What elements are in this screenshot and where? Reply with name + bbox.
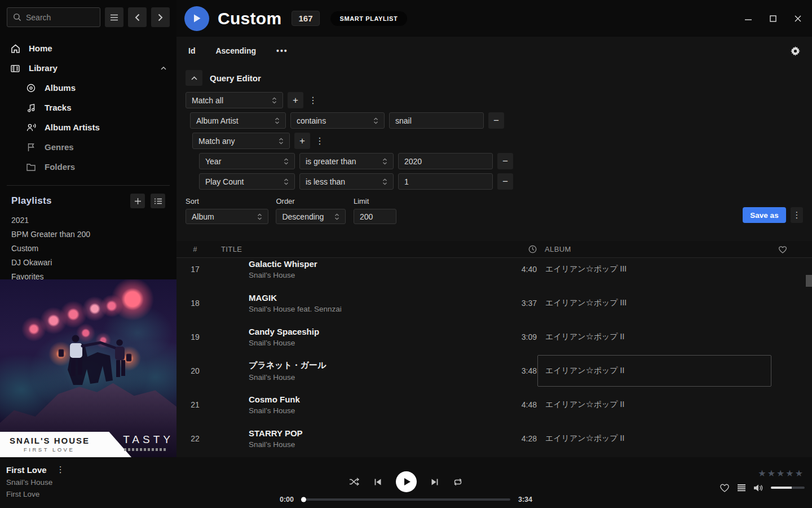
track-album-cell[interactable]: エイリアン☆ポップ II <box>537 321 778 353</box>
column-album[interactable]: ALBUM <box>537 245 778 253</box>
track-album-cell[interactable]: エイリアン☆ポップ III <box>537 287 778 319</box>
track-album-cell[interactable]: エイリアン☆ポップ II <box>537 423 778 454</box>
playlists-header: Playlists <box>0 186 176 213</box>
add-rule-button[interactable]: + <box>288 92 303 108</box>
add-rule-button[interactable]: + <box>294 133 310 149</box>
play-playlist-button[interactable] <box>184 6 209 31</box>
rule-operator-value: contains <box>297 116 326 125</box>
sidebar-item-genres[interactable]: Genres <box>0 137 176 157</box>
rule-operator-select[interactable]: is less than <box>299 173 394 190</box>
table-row[interactable]: 19 Candy Spaceship Snail’s House 3:09 エイ… <box>176 320 812 354</box>
sidebar-nav: Home Library Albums <box>0 34 176 177</box>
order-select[interactable]: Descending <box>276 209 346 224</box>
scrollbar-thumb[interactable] <box>806 275 812 287</box>
menu-button[interactable] <box>105 7 123 27</box>
maximize-button[interactable] <box>765 10 782 27</box>
chevron-up-icon[interactable] <box>161 67 166 70</box>
playlist-item[interactable]: BPM Greater than 200 <box>0 227 176 242</box>
play-pause-button[interactable] <box>396 471 417 492</box>
rule-field-select[interactable]: Year <box>199 153 295 169</box>
rule-value-input[interactable] <box>398 153 493 169</box>
favorite-button[interactable] <box>720 483 730 492</box>
now-playing-album-art[interactable]: SNAIL'S HOUSE FIRST LOVE TASTY <box>0 279 176 457</box>
playlist-list-button[interactable] <box>151 194 165 208</box>
rule-operator-select[interactable]: contains <box>290 112 385 129</box>
rule-field-select[interactable]: Play Count <box>199 173 295 190</box>
remove-rule-button[interactable]: − <box>497 153 513 169</box>
sort-select[interactable]: Album <box>186 209 268 224</box>
column-title[interactable]: TITLE <box>214 245 503 253</box>
playlist-title: Custom <box>218 9 281 28</box>
playlist-item[interactable]: DJ Okawari <box>0 256 176 270</box>
more-options-icon[interactable]: ••• <box>276 46 288 55</box>
track-album-cell[interactable]: エイリアン☆ポップ II <box>537 389 778 421</box>
sidebar-item-album-artists[interactable]: Album Artists <box>0 117 176 137</box>
sidebar-item-library[interactable]: Library <box>0 58 176 78</box>
group-menu-icon[interactable]: ⋮ <box>308 95 318 106</box>
queue-button[interactable] <box>737 484 746 492</box>
column-favorite[interactable] <box>778 246 812 253</box>
match-select[interactable]: Match any <box>192 133 290 149</box>
settings-gear-icon[interactable] <box>791 46 800 56</box>
limit-input[interactable] <box>354 209 396 224</box>
track-album-cell[interactable]: エイリアン☆ポップ III <box>537 253 778 285</box>
table-row[interactable]: 22 STARRY POP Snail’s House 4:28 エイリアン☆ポ… <box>176 422 812 456</box>
now-playing-menu-icon[interactable]: ⋮ <box>56 465 65 475</box>
star-icon[interactable] <box>785 468 793 479</box>
unfold-icon <box>257 213 262 221</box>
next-track-button[interactable] <box>431 478 439 486</box>
shuffle-icon <box>349 478 360 486</box>
playlist-item[interactable]: 2021 <box>0 213 176 227</box>
progress-bar[interactable] <box>302 498 510 501</box>
column-number[interactable]: # <box>176 245 214 253</box>
star-icon[interactable] <box>758 468 766 479</box>
sidebar-item-label: Tracks <box>45 103 72 112</box>
progress-thumb[interactable] <box>301 497 306 502</box>
column-duration[interactable] <box>503 245 537 253</box>
star-icon[interactable] <box>795 468 803 479</box>
group-menu-icon[interactable]: ⋮ <box>315 135 325 146</box>
query-rule-1: Album Artist contains − <box>190 112 812 129</box>
minimize-button[interactable] <box>740 10 757 27</box>
elapsed-time: 0:00 <box>280 496 294 503</box>
rule-operator-select[interactable]: is greater than <box>299 153 394 169</box>
search-input[interactable] <box>26 13 89 22</box>
rule-value-input[interactable] <box>389 112 484 129</box>
track-artist: Snail’s House <box>249 339 503 347</box>
table-row[interactable]: 18 MAGIK Snail’s House feat. Sennzai 3:3… <box>176 286 812 320</box>
table-row[interactable]: 21 Cosmo Funk Snail’s House 4:48 エイリアン☆ポ… <box>176 388 812 422</box>
previous-track-button[interactable] <box>374 478 382 486</box>
save-menu-icon[interactable]: ⋮ <box>791 207 803 223</box>
sort-field-button[interactable]: Id <box>188 46 195 55</box>
search-box[interactable] <box>7 7 100 27</box>
close-button[interactable] <box>789 10 806 27</box>
volume-icon[interactable] <box>753 484 764 492</box>
record-label-text: TASTY <box>123 433 174 446</box>
sidebar-item-label: Albums <box>45 83 76 93</box>
star-icon[interactable] <box>767 468 775 479</box>
playlist-item[interactable]: Custom <box>0 242 176 256</box>
track-album-cell[interactable]: エイリアン☆ポップ II <box>537 355 778 387</box>
sidebar-item-tracks[interactable]: Tracks <box>0 98 176 117</box>
nav-back-button[interactable] <box>128 7 147 27</box>
collapse-query-editor-button[interactable] <box>186 70 202 86</box>
sort-direction-button[interactable]: Ascending <box>215 46 256 55</box>
sidebar-item-folders[interactable]: Folders <box>0 157 176 177</box>
star-icon[interactable] <box>776 468 784 479</box>
table-row[interactable]: 20 プラネット・ガール Snail’s House 3:48 エイリアン☆ポッ… <box>176 354 812 388</box>
sidebar-item-label: Genres <box>45 142 74 152</box>
shuffle-button[interactable] <box>349 478 360 486</box>
remove-rule-button[interactable]: − <box>497 173 513 190</box>
add-playlist-button[interactable] <box>130 194 145 208</box>
volume-slider[interactable] <box>771 487 805 489</box>
match-select[interactable]: Match all <box>186 92 283 108</box>
sidebar-item-home[interactable]: Home <box>0 38 176 58</box>
rule-value-input[interactable] <box>398 173 493 190</box>
repeat-button[interactable] <box>453 478 463 486</box>
now-playing-album: First Love <box>6 490 65 498</box>
rule-field-select[interactable]: Album Artist <box>190 112 286 129</box>
sidebar-item-albums[interactable]: Albums <box>0 78 176 98</box>
save-as-button[interactable]: Save as <box>743 207 786 223</box>
nav-forward-button[interactable] <box>151 7 170 27</box>
remove-rule-button[interactable]: − <box>488 112 504 129</box>
